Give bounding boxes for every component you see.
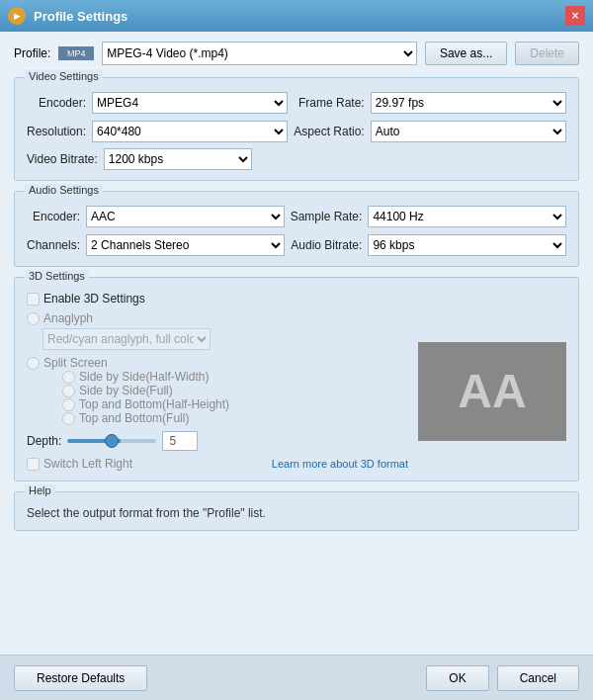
video-bitrate-select[interactable]: 1200 kbps bbox=[104, 148, 252, 170]
3d-left-panel: Anaglyph Red/cyan anaglyph, full color S… bbox=[27, 311, 408, 471]
video-bitrate-row: Video Bitrate: 1200 kbps bbox=[27, 148, 566, 170]
switch-row: Switch Left Right Learn more about 3D fo… bbox=[27, 457, 408, 471]
profile-row: Profile: MP4 MPEG-4 Video (*.mp4) Save a… bbox=[14, 42, 579, 65]
audio-settings-title: Audio Settings bbox=[25, 184, 103, 196]
split-screen-options: Side by Side(Half-Width) Side by Side(Fu… bbox=[42, 370, 408, 425]
switch-left-right-label[interactable]: Switch Left Right bbox=[27, 457, 132, 471]
aspect-ratio-label: Aspect Ratio: bbox=[294, 125, 364, 138]
aa-preview: AA bbox=[418, 342, 566, 441]
profile-select[interactable]: MPEG-4 Video (*.mp4) bbox=[102, 42, 417, 65]
split-screen-radio[interactable] bbox=[27, 357, 40, 370]
window-title: Profile Settings bbox=[34, 9, 565, 24]
main-content: Profile: MP4 MPEG-4 Video (*.mp4) Save a… bbox=[0, 32, 593, 655]
frame-rate-label: Frame Rate: bbox=[294, 96, 364, 110]
audio-bitrate-select[interactable]: 96 kbps bbox=[368, 234, 566, 256]
close-button[interactable]: × bbox=[565, 6, 585, 26]
help-section: Help Select the output format from the "… bbox=[14, 491, 579, 531]
side-by-side-full-radio[interactable] bbox=[62, 385, 75, 397]
anaglyph-select[interactable]: Red/cyan anaglyph, full color bbox=[42, 328, 211, 350]
3d-settings-section: 3D Settings Enable 3D Settings Anaglyph … bbox=[14, 277, 579, 481]
restore-defaults-button[interactable]: Restore Defaults bbox=[14, 665, 147, 691]
top-bottom-full-radio[interactable] bbox=[62, 412, 75, 425]
resolution-select[interactable]: 640*480 bbox=[92, 121, 288, 142]
footer: Restore Defaults OK Cancel bbox=[0, 655, 593, 700]
learn-more-link[interactable]: Learn more about 3D format bbox=[272, 458, 408, 470]
video-settings-section: Video Settings Encoder: MPEG4 Frame Rate… bbox=[14, 77, 579, 181]
switch-left-right-checkbox[interactable] bbox=[27, 458, 40, 471]
audio-encoder-label: Encoder: bbox=[27, 210, 80, 223]
help-text: Select the output format from the "Profi… bbox=[27, 506, 566, 520]
side-by-side-half-radio[interactable] bbox=[62, 371, 75, 384]
channels-select[interactable]: 2 Channels Stereo bbox=[86, 234, 285, 256]
audio-settings-section: Audio Settings Encoder: AAC Sample Rate:… bbox=[14, 191, 579, 267]
audio-settings-grid: Encoder: AAC Sample Rate: 44100 Hz Chann… bbox=[27, 206, 566, 256]
depth-row: Depth: bbox=[27, 431, 408, 451]
footer-right: OK Cancel bbox=[426, 665, 579, 691]
resolution-label: Resolution: bbox=[27, 125, 86, 138]
encoder-select[interactable]: MPEG4 bbox=[92, 92, 288, 114]
depth-slider[interactable] bbox=[67, 439, 156, 443]
cancel-button[interactable]: Cancel bbox=[497, 665, 579, 691]
video-settings-grid: Encoder: MPEG4 Frame Rate: 29.97 fps Res… bbox=[27, 92, 566, 142]
ok-button[interactable]: OK bbox=[426, 665, 488, 691]
depth-label: Depth: bbox=[27, 434, 61, 448]
audio-bitrate-label: Audio Bitrate: bbox=[291, 238, 363, 252]
video-settings-title: Video Settings bbox=[25, 70, 103, 82]
top-bottom-half-label[interactable]: Top and Bottom(Half-Height) bbox=[62, 397, 408, 411]
depth-spinbox[interactable] bbox=[162, 431, 198, 451]
3d-settings-title: 3D Settings bbox=[25, 270, 89, 282]
delete-button[interactable]: Delete bbox=[515, 42, 579, 65]
save-as-button[interactable]: Save as... bbox=[425, 42, 507, 65]
top-bottom-full-label[interactable]: Top and Bottom(Full) bbox=[62, 411, 408, 425]
app-icon: ▶ bbox=[8, 7, 26, 25]
aa-text: AA bbox=[458, 368, 526, 415]
encoder-label: Encoder: bbox=[27, 96, 86, 110]
side-by-side-half-label[interactable]: Side by Side(Half-Width) bbox=[62, 370, 408, 384]
top-bottom-half-radio[interactable] bbox=[62, 398, 75, 411]
side-by-side-full-label[interactable]: Side by Side(Full) bbox=[62, 384, 408, 397]
enable-3d-checkbox[interactable] bbox=[27, 293, 40, 306]
frame-rate-select[interactable]: 29.97 fps bbox=[371, 92, 566, 114]
sample-rate-label: Sample Rate: bbox=[291, 210, 363, 223]
profile-label: Profile: bbox=[14, 46, 50, 60]
title-bar: ▶ Profile Settings × bbox=[0, 0, 593, 32]
enable-3d-checkbox-label[interactable]: Enable 3D Settings bbox=[27, 292, 566, 306]
help-title: Help bbox=[25, 484, 55, 496]
video-bitrate-label: Video Bitrate: bbox=[27, 152, 98, 166]
audio-encoder-select[interactable]: AAC bbox=[86, 206, 285, 227]
profile-icon: MP4 bbox=[58, 46, 94, 60]
aa-preview-container: AA bbox=[418, 311, 566, 471]
sample-rate-select[interactable]: 44100 Hz bbox=[368, 206, 566, 227]
anaglyph-radio-label[interactable]: Anaglyph bbox=[27, 311, 408, 325]
aspect-ratio-select[interactable]: Auto bbox=[371, 121, 566, 142]
channels-label: Channels: bbox=[27, 238, 80, 252]
3d-inner: Anaglyph Red/cyan anaglyph, full color S… bbox=[27, 311, 566, 471]
split-screen-radio-label[interactable]: Split Screen bbox=[27, 356, 408, 370]
anaglyph-radio[interactable] bbox=[27, 312, 40, 325]
